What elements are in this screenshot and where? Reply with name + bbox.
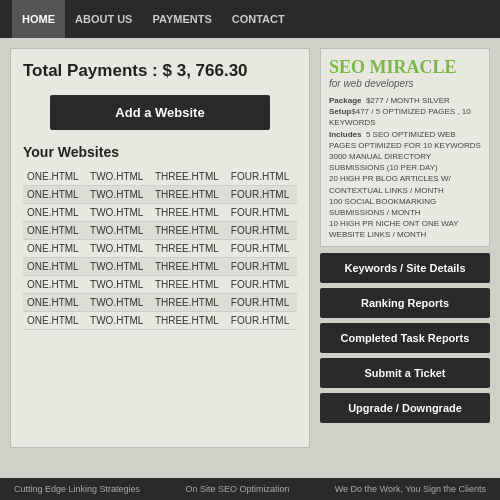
right-action-button[interactable]: Keywords / Site Details (320, 253, 490, 283)
table-row: ONE.HTMLTWO.HTMLTHREE.HTMLFOUR.HTML (23, 312, 297, 330)
table-cell: TWO.HTML (86, 312, 151, 330)
table-cell: FOUR.HTML (227, 186, 297, 204)
table-cell: FOUR.HTML (227, 294, 297, 312)
table-cell: FOUR.HTML (227, 240, 297, 258)
nav-contact[interactable]: CONTACT (222, 0, 295, 38)
table-cell: FOUR.HTML (227, 312, 297, 330)
table-row: ONE.HTMLTWO.HTMLTHREE.HTMLFOUR.HTML (23, 204, 297, 222)
table-cell: FOUR.HTML (227, 168, 297, 186)
add-website-button[interactable]: Add a Website (50, 95, 269, 130)
table-cell: THREE.HTML (151, 312, 227, 330)
table-cell: TWO.HTML (86, 168, 151, 186)
table-cell: THREE.HTML (151, 240, 227, 258)
table-cell: ONE.HTML (23, 294, 86, 312)
table-row: ONE.HTMLTWO.HTMLTHREE.HTMLFOUR.HTML (23, 222, 297, 240)
table-cell: THREE.HTML (151, 258, 227, 276)
table-cell: THREE.HTML (151, 222, 227, 240)
table-row: ONE.HTMLTWO.HTMLTHREE.HTMLFOUR.HTML (23, 294, 297, 312)
table-cell: FOUR.HTML (227, 276, 297, 294)
table-cell: ONE.HTML (23, 186, 86, 204)
table-cell: FOUR.HTML (227, 204, 297, 222)
table-row: ONE.HTMLTWO.HTMLTHREE.HTMLFOUR.HTML (23, 186, 297, 204)
footer: Cutting Edge Linking Strategies On Site … (0, 478, 500, 500)
table-cell: TWO.HTML (86, 258, 151, 276)
table-cell: ONE.HTML (23, 222, 86, 240)
table-cell: TWO.HTML (86, 276, 151, 294)
table-cell: THREE.HTML (151, 186, 227, 204)
footer-col1: Cutting Edge Linking Strategies (14, 484, 140, 494)
table-cell: THREE.HTML (151, 168, 227, 186)
footer-col3: We Do the Work, You Sign the Clients (335, 484, 486, 494)
your-websites-label: Your Websites (23, 144, 297, 160)
seo-subtitle: for web developers (329, 78, 481, 89)
table-cell: ONE.HTML (23, 204, 86, 222)
table-row: ONE.HTMLTWO.HTMLTHREE.HTMLFOUR.HTML (23, 240, 297, 258)
total-payments: Total Payments : $ 3, 766.30 (23, 61, 297, 81)
right-action-button[interactable]: Upgrade / Downgrade (320, 393, 490, 423)
right-action-button[interactable]: Submit a Ticket (320, 358, 490, 388)
right-buttons: Keywords / Site DetailsRanking ReportsCo… (320, 253, 490, 423)
table-cell: TWO.HTML (86, 186, 151, 204)
seo-title: SEO MIRACLE (329, 57, 481, 78)
table-cell: FOUR.HTML (227, 222, 297, 240)
navigation: HOME ABOUT US PAYMENTS CONTACT (0, 0, 500, 38)
table-cell: TWO.HTML (86, 222, 151, 240)
right-action-button[interactable]: Ranking Reports (320, 288, 490, 318)
table-cell: THREE.HTML (151, 294, 227, 312)
table-row: ONE.HTMLTWO.HTMLTHREE.HTMLFOUR.HTML (23, 276, 297, 294)
table-cell: ONE.HTML (23, 240, 86, 258)
websites-table: ONE.HTMLTWO.HTMLTHREE.HTMLFOUR.HTMLONE.H… (23, 168, 297, 330)
table-cell: TWO.HTML (86, 204, 151, 222)
table-cell: TWO.HTML (86, 240, 151, 258)
table-cell: ONE.HTML (23, 168, 86, 186)
table-cell: ONE.HTML (23, 312, 86, 330)
nav-about[interactable]: ABOUT US (65, 0, 142, 38)
nav-payments[interactable]: PAYMENTS (142, 0, 221, 38)
footer-col2: On Site SEO Optimization (185, 484, 289, 494)
table-cell: ONE.HTML (23, 276, 86, 294)
right-panel: SEO MIRACLE for web developers Package $… (320, 48, 490, 448)
main-content: Total Payments : $ 3, 766.30 Add a Websi… (0, 38, 500, 458)
seo-package-text: Package $277 / MONTH SILVER Setup$477 / … (329, 95, 481, 240)
nav-home[interactable]: HOME (12, 0, 65, 38)
seo-header: SEO MIRACLE for web developers Package $… (320, 48, 490, 247)
table-row: ONE.HTMLTWO.HTMLTHREE.HTMLFOUR.HTML (23, 258, 297, 276)
table-row: ONE.HTMLTWO.HTMLTHREE.HTMLFOUR.HTML (23, 168, 297, 186)
right-action-button[interactable]: Completed Task Reports (320, 323, 490, 353)
table-cell: ONE.HTML (23, 258, 86, 276)
table-cell: FOUR.HTML (227, 258, 297, 276)
table-cell: THREE.HTML (151, 276, 227, 294)
left-panel: Total Payments : $ 3, 766.30 Add a Websi… (10, 48, 310, 448)
table-cell: THREE.HTML (151, 204, 227, 222)
table-cell: TWO.HTML (86, 294, 151, 312)
